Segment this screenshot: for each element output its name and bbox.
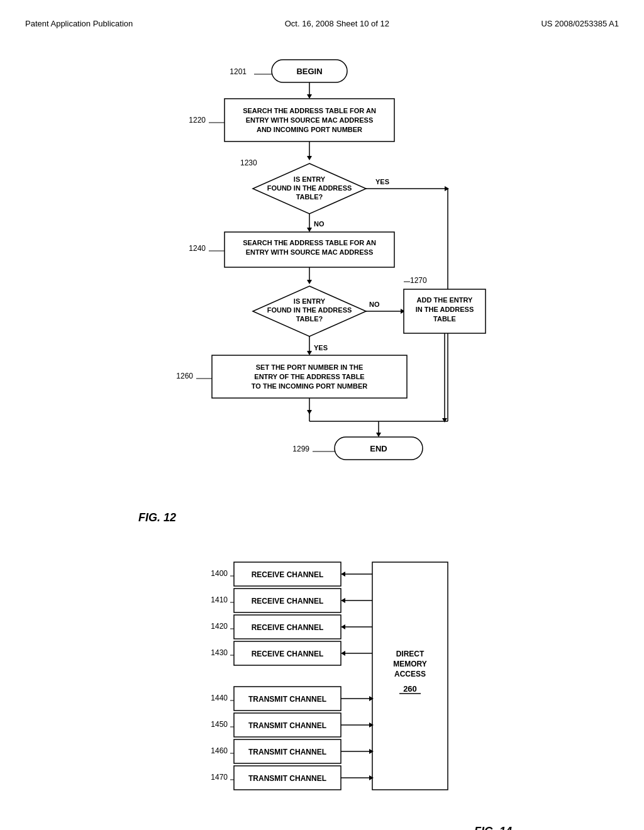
svg-text:1420: 1420 [211,622,228,631]
header-center: Oct. 16, 2008 Sheet 10 of 12 [285,19,389,28]
svg-text:YES: YES [375,178,389,185]
svg-text:1410: 1410 [211,595,228,604]
svg-text:ADD THE ENTRY: ADD THE ENTRY [417,296,473,304]
svg-text:BEGIN: BEGIN [296,67,322,76]
svg-text:1299: 1299 [292,445,309,453]
svg-marker-47 [442,418,447,423]
svg-marker-61 [376,433,381,437]
svg-text:TABLE?: TABLE? [296,315,323,323]
svg-text:SEARCH THE ADDRESS TABLE FOR A: SEARCH THE ADDRESS TABLE FOR AN [243,239,376,246]
svg-text:TRANSMIT CHANNEL: TRANSMIT CHANNEL [248,774,326,783]
svg-text:FOUND IN THE ADDRESS: FOUND IN THE ADDRESS [267,184,352,192]
svg-text:TABLE: TABLE [433,315,456,323]
svg-text:ENTRY OF THE ADDRESS TABLE: ENTRY OF THE ADDRESS TABLE [254,373,364,380]
svg-text:ACCESS: ACCESS [394,670,426,678]
svg-marker-13 [307,156,312,160]
svg-text:RECEIVE CHANNEL: RECEIVE CHANNEL [252,650,324,658]
svg-marker-20 [445,186,449,191]
fig14-label: FIG. 14 [474,825,512,830]
svg-text:1230: 1230 [240,158,257,167]
svg-text:TRANSMIT CHANNEL: TRANSMIT CHANNEL [248,748,326,756]
fig14-svg: RECEIVE CHANNEL 1400 RECEIVE CHANNEL 141… [165,550,479,820]
svg-text:TABLE?: TABLE? [296,193,323,201]
svg-text:1201: 1201 [230,67,247,76]
svg-text:1240: 1240 [189,244,206,253]
svg-text:260: 260 [403,684,417,694]
svg-text:RECEIVE CHANNEL: RECEIVE CHANNEL [252,570,324,579]
svg-marker-5 [307,94,312,99]
svg-marker-49 [307,351,312,355]
svg-text:1220: 1220 [189,116,206,124]
svg-text:1430: 1430 [211,648,228,657]
svg-text:TRANSMIT CHANNEL: TRANSMIT CHANNEL [248,695,326,704]
svg-text:NO: NO [369,301,380,308]
svg-text:TRANSMIT CHANNEL: TRANSMIT CHANNEL [248,721,326,730]
svg-text:ENTRY WITH SOURCE MAC ADDRESS: ENTRY WITH SOURCE MAC ADDRESS [246,248,374,256]
svg-marker-106 [341,572,345,577]
fig14-diagram: RECEIVE CHANNEL 1400 RECEIVE CHANNEL 141… [165,550,479,820]
svg-text:NO: NO [314,220,325,228]
svg-text:1450: 1450 [211,720,228,729]
svg-text:AND INCOMING PORT NUMBER: AND INCOMING PORT NUMBER [257,126,362,133]
svg-text:1460: 1460 [211,746,228,755]
page: Patent Application Publication Oct. 16, … [0,0,644,830]
svg-text:IS ENTRY: IS ENTRY [294,297,326,305]
svg-text:END: END [370,444,387,453]
header-right: US 2008/0253385 A1 [541,19,619,28]
svg-marker-112 [341,651,345,656]
svg-marker-24 [307,228,312,232]
flowchart-svg: BEGIN 1201 SEARCH THE ADDRESS TABLE FOR … [102,47,542,506]
fig12-label: FIG. 12 [138,511,176,524]
svg-text:FOUND IN THE ADDRESS: FOUND IN THE ADDRESS [267,306,352,314]
svg-text:IS ENTRY: IS ENTRY [294,175,326,183]
svg-text:RECEIVE CHANNEL: RECEIVE CHANNEL [252,623,324,632]
fig12-section: BEGIN 1201 SEARCH THE ADDRESS TABLE FOR … [25,47,619,543]
header-left: Patent Application Publication [25,19,133,28]
page-header: Patent Application Publication Oct. 16, … [25,13,619,41]
svg-text:IN THE ADDRESS: IN THE ADDRESS [416,306,474,313]
svg-text:1400: 1400 [211,569,228,578]
svg-marker-110 [341,624,345,629]
svg-text:RECEIVE CHANNEL: RECEIVE CHANNEL [252,597,324,606]
svg-text:ENTRY WITH SOURCE MAC ADDRESS: ENTRY WITH SOURCE MAC ADDRESS [246,116,374,124]
svg-marker-32 [307,280,312,284]
svg-text:1260: 1260 [176,372,193,380]
svg-text:1270: 1270 [410,276,427,285]
svg-text:SEARCH THE ADDRESS TABLE FOR A: SEARCH THE ADDRESS TABLE FOR AN [243,107,376,114]
svg-text:DIRECT: DIRECT [396,650,425,658]
svg-text:YES: YES [314,344,328,351]
svg-text:1440: 1440 [211,694,228,702]
svg-text:1470: 1470 [211,773,228,782]
svg-text:SET THE PORT NUMBER IN THE: SET THE PORT NUMBER IN THE [256,363,364,371]
svg-text:TO THE INCOMING PORT NUMBER: TO THE INCOMING PORT NUMBER [252,382,367,390]
svg-text:MEMORY: MEMORY [393,660,427,668]
fig14-section: RECEIVE CHANNEL 1400 RECEIVE CHANNEL 141… [25,550,619,830]
svg-marker-108 [341,598,345,603]
